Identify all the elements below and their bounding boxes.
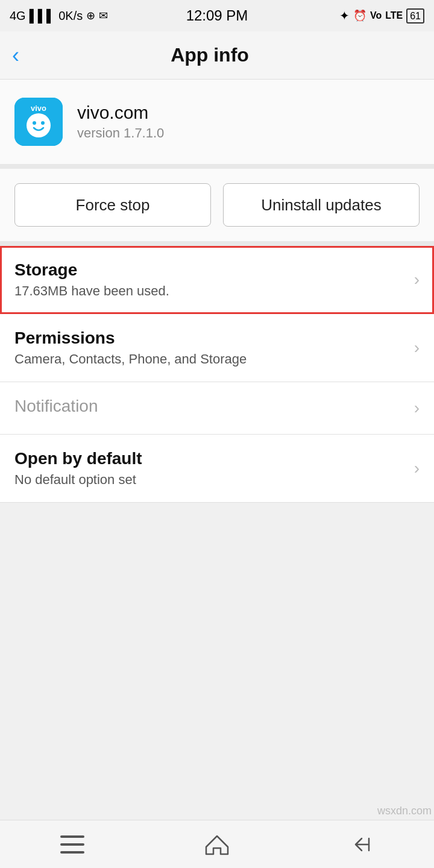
app-name-section: vivo.com version 1.7.1.0 [77, 102, 164, 141]
app-icon: vivo [14, 98, 63, 146]
back-button[interactable]: ‹ [12, 45, 19, 66]
status-left: 4G ▌▌▌ 0K/s ⊕ ✉ [10, 9, 108, 23]
volte-icon: Vo [370, 10, 382, 21]
status-right: ✦ ⏰ Vo LTE 61 [339, 8, 424, 23]
open-by-default-content: Open by default No default option set [14, 449, 407, 488]
home-icon [205, 834, 229, 855]
vpn-icon: ⊕ [86, 9, 95, 22]
page-title: App info [31, 44, 388, 66]
storage-item-content: Storage 17.63MB have been used. [14, 260, 407, 299]
open-by-default-subtitle: No default option set [14, 472, 407, 488]
storage-menu-item[interactable]: Storage 17.63MB have been used. › [0, 246, 434, 314]
storage-chevron-icon: › [414, 270, 420, 289]
svg-text:vivo: vivo [31, 104, 46, 113]
menu-section: Storage 17.63MB have been used. › Permis… [0, 246, 434, 503]
app-version: version 1.7.1.0 [77, 125, 164, 141]
status-time: 12:09 PM [186, 7, 248, 24]
signal-bars: ▌▌▌ [30, 9, 55, 23]
storage-title: Storage [14, 260, 407, 280]
svg-rect-7 [60, 851, 84, 854]
svg-point-2 [27, 113, 51, 137]
action-buttons-section: Force stop Uninstall updates [0, 169, 434, 246]
svg-rect-6 [60, 843, 84, 846]
notification-item-content: Notification [14, 397, 407, 420]
hamburger-icon [60, 835, 84, 854]
top-nav: ‹ App info [0, 31, 434, 80]
battery-icon: 61 [406, 10, 424, 22]
app-info-section: vivo vivo.com version 1.7.1.0 [0, 80, 434, 169]
permissions-menu-item[interactable]: Permissions Camera, Contacts, Phone, and… [0, 314, 434, 382]
app-name: vivo.com [77, 102, 164, 123]
watermark: wsxdn.com [377, 805, 432, 817]
back-nav-button[interactable] [344, 826, 380, 863]
permissions-item-content: Permissions Camera, Contacts, Phone, and… [14, 329, 407, 367]
network-type: 4G [10, 9, 26, 23]
back-icon [350, 835, 374, 854]
open-by-default-title: Open by default [14, 449, 407, 468]
svg-rect-5 [60, 835, 84, 838]
bottom-nav [0, 820, 434, 868]
open-by-default-chevron-icon: › [414, 459, 420, 478]
bluetooth-icon: ✦ [339, 8, 350, 23]
storage-subtitle: 17.63MB have been used. [14, 283, 407, 299]
status-bar: 4G ▌▌▌ 0K/s ⊕ ✉ 12:09 PM ✦ ⏰ Vo LTE 61 [0, 0, 434, 31]
speed-indicator: 0K/s [58, 9, 83, 23]
notification-menu-item[interactable]: Notification › [0, 382, 434, 435]
notification-chevron-icon: › [414, 398, 420, 418]
permissions-title: Permissions [14, 329, 407, 348]
permissions-chevron-icon: › [414, 338, 420, 357]
lte-icon: LTE [385, 10, 403, 21]
mail-icon: ✉ [99, 9, 108, 22]
notification-title: Notification [14, 397, 407, 416]
uninstall-updates-button[interactable]: Uninstall updates [223, 183, 420, 227]
permissions-subtitle: Camera, Contacts, Phone, and Storage [14, 351, 407, 367]
svg-point-4 [41, 121, 45, 125]
alarm-icon: ⏰ [353, 9, 366, 22]
svg-point-3 [33, 121, 36, 125]
menu-nav-button[interactable] [54, 826, 90, 863]
home-nav-button[interactable] [199, 826, 235, 863]
app-logo-svg: vivo [14, 98, 63, 146]
force-stop-button[interactable]: Force stop [14, 183, 211, 227]
open-by-default-menu-item[interactable]: Open by default No default option set › [0, 435, 434, 503]
